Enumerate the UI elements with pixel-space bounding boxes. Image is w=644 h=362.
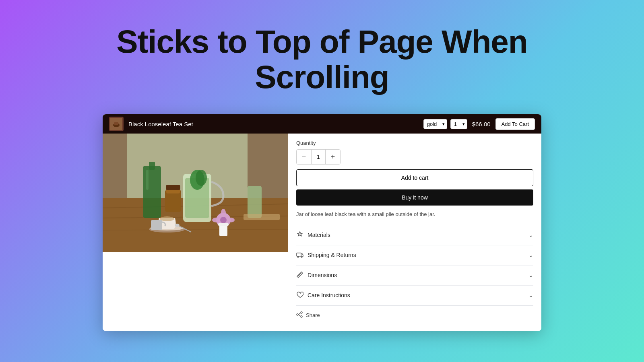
sticky-controls: gold 1 $66.00 Add To Cart	[423, 118, 535, 130]
quantity-control: − 1 +	[296, 149, 341, 165]
heart-icon	[296, 291, 303, 300]
ruler-icon	[296, 271, 303, 280]
svg-rect-18	[166, 185, 180, 190]
svg-point-21	[160, 216, 174, 221]
headline-line1: Sticks to Top of Page When	[116, 24, 527, 60]
chevron-down-icon: ⌄	[528, 292, 533, 298]
svg-rect-34	[244, 214, 280, 220]
quantity-value: 1	[311, 150, 326, 164]
quantity-select-wrap[interactable]: 1	[450, 119, 467, 129]
svg-point-41	[301, 312, 302, 313]
accordion-care[interactable]: Care Instructions ⌄	[296, 285, 533, 305]
product-description: Jar of loose leaf black tea with a small…	[296, 210, 533, 218]
chevron-down-icon: ⌄	[528, 272, 533, 278]
svg-rect-14	[149, 162, 155, 170]
product-thumbnail	[109, 117, 124, 131]
svg-point-26	[220, 217, 227, 223]
accordion-dimensions[interactable]: Dimensions ⌄	[296, 265, 533, 285]
svg-point-42	[301, 316, 302, 317]
svg-point-23	[175, 224, 180, 227]
headline-line2: Scrolling	[255, 59, 389, 95]
svg-rect-35	[297, 253, 301, 256]
browser-window: Black Looseleaf Tea Set gold 1 $66.00 Ad…	[103, 114, 541, 331]
accordion-left-shipping: Shipping & Returns	[296, 251, 356, 259]
accordion-left-materials: Materials	[296, 231, 330, 239]
product-image	[103, 134, 288, 252]
svg-rect-32	[218, 223, 229, 226]
product-image-inner	[103, 134, 288, 252]
add-to-cart-button[interactable]: Add to cart	[296, 169, 533, 186]
svg-point-36	[297, 256, 299, 257]
svg-rect-24	[151, 220, 162, 230]
sticky-add-to-cart-button[interactable]: Add To Cart	[495, 118, 535, 130]
product-details: Quantity − 1 + Add to cart Buy it now Ja…	[288, 134, 541, 331]
svg-point-30	[227, 218, 235, 222]
share-icon	[296, 311, 303, 319]
svg-line-44	[298, 313, 301, 315]
share-label: Share	[306, 312, 320, 318]
svg-point-12	[196, 170, 207, 186]
svg-line-45	[298, 315, 301, 316]
svg-rect-2	[114, 122, 118, 125]
accordion-materials[interactable]: Materials ⌄	[296, 225, 533, 245]
chevron-down-icon: ⌄	[528, 252, 533, 258]
quantity-minus-button[interactable]: −	[297, 150, 311, 164]
share-row[interactable]: Share	[296, 305, 533, 325]
variant-select[interactable]: gold	[423, 119, 447, 129]
svg-point-27	[221, 209, 226, 217]
quantity-label: Quantity	[296, 140, 533, 146]
sticky-bar: Black Looseleaf Tea Set gold 1 $66.00 Ad…	[103, 114, 541, 134]
svg-point-37	[301, 256, 302, 257]
svg-rect-33	[248, 186, 262, 218]
page-headline: Sticks to Top of Page When Scrolling	[116, 24, 527, 95]
quantity-select[interactable]: 1	[450, 119, 467, 129]
buy-now-button[interactable]: Buy it now	[296, 189, 533, 206]
product-area: Quantity − 1 + Add to cart Buy it now Ja…	[103, 134, 541, 331]
svg-point-43	[297, 314, 298, 315]
accordion-left-dimensions: Dimensions	[296, 271, 337, 280]
accordion-shipping[interactable]: Shipping & Returns ⌄	[296, 245, 533, 265]
svg-rect-15	[146, 170, 149, 190]
svg-point-29	[212, 218, 220, 222]
star-icon	[296, 231, 303, 239]
sticky-price: $66.00	[472, 121, 491, 128]
sticky-product-name: Black Looseleaf Tea Set	[128, 121, 419, 128]
chevron-down-icon: ⌄	[528, 232, 533, 238]
variant-select-wrap[interactable]: gold	[423, 119, 447, 129]
accordion-left-care: Care Instructions	[296, 291, 350, 300]
truck-icon	[296, 251, 303, 259]
quantity-plus-button[interactable]: +	[326, 150, 340, 164]
svg-rect-13	[143, 166, 161, 218]
